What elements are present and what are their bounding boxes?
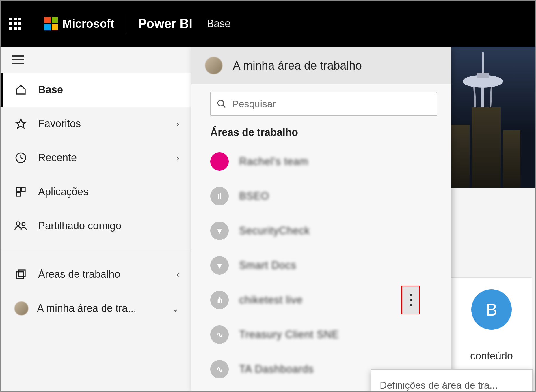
nav-label: Recente bbox=[38, 152, 176, 164]
nav-label: Favoritos bbox=[38, 118, 176, 130]
nav-toggle-row bbox=[1, 47, 191, 73]
workspace-avatar-icon: ▾ bbox=[210, 222, 229, 240]
flyout-title: A minha área de trabalho bbox=[233, 59, 362, 72]
card-label: conteúdo bbox=[470, 350, 513, 362]
svg-rect-10 bbox=[16, 192, 20, 196]
workspace-item[interactable]: ∿ Treasury Client SNE bbox=[210, 317, 437, 352]
workspace-name: TA Dashboards bbox=[239, 363, 314, 375]
avatar-icon bbox=[205, 57, 222, 74]
workspace-name: SecurityCheck bbox=[239, 225, 310, 237]
workspace-avatar-icon: ıl bbox=[210, 187, 229, 205]
svg-line-16 bbox=[223, 105, 225, 108]
workspace-avatar-icon bbox=[210, 152, 229, 171]
workspaces-icon bbox=[14, 268, 27, 281]
workspace-item[interactable]: Rachel's team bbox=[210, 144, 437, 179]
nav-item-home[interactable]: Base bbox=[1, 73, 191, 107]
microsoft-logo-icon bbox=[44, 17, 58, 30]
nav-label: Aplicações bbox=[38, 186, 179, 198]
nav-item-favorites[interactable]: Favoritos › bbox=[1, 107, 191, 141]
workspace-context-menu: Definições de área de tra... Acesso à ár… bbox=[371, 369, 533, 392]
svg-point-11 bbox=[16, 222, 20, 226]
apps-icon bbox=[14, 185, 27, 198]
nav-item-my-workspace[interactable]: A minha área de tra... ⌄ bbox=[1, 291, 191, 325]
search-input[interactable] bbox=[232, 98, 431, 110]
workspace-more-button[interactable] bbox=[401, 286, 420, 314]
workspace-list: Rachel's team ıl BSEO ▾ SecurityCheck ▾ … bbox=[191, 144, 451, 387]
search-input-wrap[interactable] bbox=[210, 92, 437, 116]
chevron-right-icon: › bbox=[176, 119, 179, 129]
more-vertical-icon bbox=[410, 294, 412, 306]
chevron-left-icon: ‹ bbox=[176, 269, 179, 280]
workspace-name: Rachel's team bbox=[239, 155, 308, 168]
nav-item-recent[interactable]: Recente › bbox=[1, 141, 191, 175]
chevron-down-icon: ⌄ bbox=[172, 303, 179, 314]
home-icon bbox=[14, 83, 27, 96]
nav-item-apps[interactable]: Aplicações bbox=[1, 175, 191, 209]
nav-item-shared[interactable]: Partilhado comigo bbox=[1, 209, 191, 243]
chevron-right-icon: › bbox=[176, 153, 179, 163]
nav-label: Base bbox=[38, 84, 179, 96]
workspace-avatar-icon: ∿ bbox=[210, 325, 229, 344]
nav-label: Partilhado comigo bbox=[38, 220, 179, 232]
svg-rect-9 bbox=[21, 187, 25, 191]
header-divider bbox=[126, 14, 126, 33]
svg-rect-13 bbox=[18, 270, 25, 277]
avatar-icon bbox=[14, 301, 28, 315]
card-avatar-icon: B bbox=[471, 289, 512, 330]
svg-rect-14 bbox=[16, 272, 23, 279]
breadcrumb: Base bbox=[207, 18, 230, 30]
nav-label: A minha área de tra... bbox=[37, 302, 172, 314]
product-name[interactable]: Power BI bbox=[138, 16, 192, 31]
workspaces-flyout: A minha área de trabalho Áreas de trabal… bbox=[191, 47, 451, 391]
company-name: Microsoft bbox=[62, 17, 114, 30]
workspace-name: Treasury Client SNE bbox=[239, 329, 339, 341]
svg-rect-2 bbox=[477, 73, 489, 78]
workspaces-section-label: Áreas de trabalho bbox=[191, 123, 451, 144]
svg-marker-6 bbox=[16, 119, 25, 128]
workspace-avatar-icon: ∿ bbox=[210, 360, 229, 378]
menu-item-workspace-settings[interactable]: Definições de área de tra... bbox=[371, 370, 532, 392]
nav-item-workspaces[interactable]: Áreas de trabalho ‹ bbox=[1, 257, 191, 291]
workspace-avatar-icon: ⋔ bbox=[210, 291, 229, 309]
nav-divider bbox=[1, 250, 191, 250]
shared-icon bbox=[14, 220, 27, 232]
content-card[interactable]: B conteúdo bbox=[451, 277, 532, 381]
workspace-item[interactable]: ıl BSEO bbox=[210, 179, 437, 213]
flyout-header[interactable]: A minha área de trabalho bbox=[191, 47, 451, 84]
svg-point-15 bbox=[218, 100, 224, 106]
workspace-item[interactable]: ▾ Smart Docs bbox=[210, 248, 437, 283]
workspace-name: chiketest live bbox=[239, 294, 303, 306]
workspace-avatar-icon: ▾ bbox=[210, 256, 229, 275]
left-nav: Base Favoritos › Recente › Aplicações bbox=[1, 47, 191, 391]
workspace-item[interactable]: ▾ SecurityCheck bbox=[210, 213, 437, 248]
nav-label: Áreas de trabalho bbox=[38, 268, 176, 280]
app-header: Microsoft Power BI Base bbox=[1, 1, 535, 47]
search-icon bbox=[217, 99, 226, 109]
app-launcher-icon[interactable] bbox=[9, 18, 21, 30]
svg-rect-8 bbox=[16, 187, 20, 191]
star-icon bbox=[14, 117, 27, 130]
workspace-name: Smart Docs bbox=[239, 259, 296, 271]
hamburger-icon[interactable] bbox=[12, 55, 24, 64]
svg-point-12 bbox=[22, 222, 25, 226]
clock-icon bbox=[14, 151, 27, 164]
workspace-name: BSEO bbox=[239, 190, 269, 202]
workspace-item[interactable]: ⋔ chiketest live bbox=[210, 283, 437, 317]
